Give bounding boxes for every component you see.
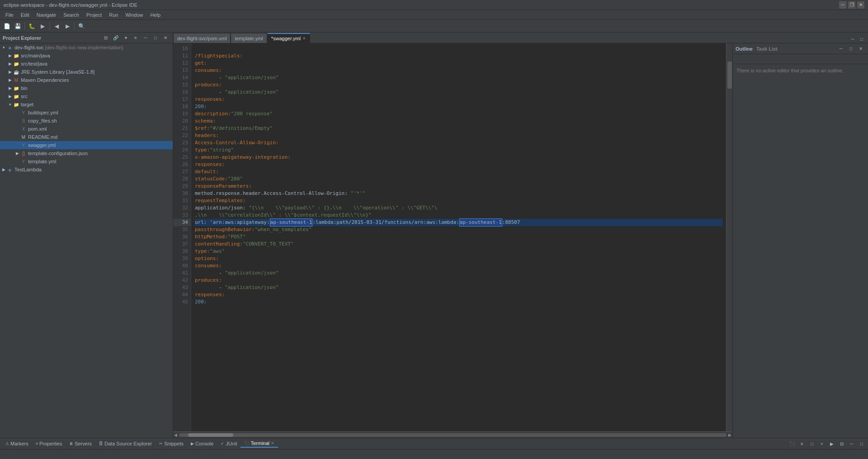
tree-item-pom-xml[interactable]: X pom.xml [0, 125, 173, 133]
tab-pom-xml[interactable]: dev-flight-svc/pom.xml [173, 33, 231, 43]
yml-file-icon: Y [20, 109, 27, 116]
tab-close-icon[interactable]: ✕ [302, 36, 306, 41]
bottom-tab-terminal[interactable]: ⬛ Terminal ✕ [241, 440, 278, 448]
expand-arrow[interactable]: ▶ [14, 151, 20, 156]
tree-label: swagger.yml [28, 142, 56, 148]
editor-min-btn[interactable]: ─ [848, 35, 857, 43]
bottom-area-btn4[interactable]: + [817, 440, 826, 448]
tree-item-src-main-java[interactable]: ▶ 📁 src/main/java [0, 52, 173, 60]
bottom-area-btn5[interactable]: ▶ [827, 440, 836, 448]
yml-file-icon2: Y [20, 158, 27, 165]
terminal-tab-close-icon[interactable]: ✕ [271, 441, 274, 445]
forward-button[interactable]: ▶ [62, 21, 72, 31]
bottom-tab-label: Data Source Explorer [104, 441, 152, 446]
scrollbar-thumb[interactable] [727, 62, 732, 89]
menu-bar: File Edit Navigate Search Project Run Wi… [0, 10, 868, 20]
horizontal-scrollbar[interactable]: ◀ ▶ [173, 431, 732, 438]
outline-close-btn[interactable]: ✕ [856, 45, 865, 53]
pe-filter-btn[interactable]: ▾ [121, 34, 130, 42]
tree-item-template-config[interactable]: ▶ {} template-configuration.json [0, 149, 173, 157]
editor-max-btn[interactable]: □ [857, 35, 866, 43]
bottom-area-btn6[interactable]: ⊟ [837, 440, 846, 448]
bottom-tab-properties[interactable]: ≡ Properties [32, 440, 66, 447]
bottom-area-btn2[interactable]: ≡ [797, 440, 807, 448]
expand-arrow[interactable]: ▶ [7, 78, 13, 82]
back-button[interactable]: ◀ [52, 21, 61, 31]
menu-edit[interactable]: Edit [17, 11, 33, 19]
tasklist-tab[interactable]: Task List [756, 46, 778, 52]
tree-item-target[interactable]: ▾ 📁 target [0, 100, 173, 109]
bottom-area-btn1[interactable]: ⬛ [788, 440, 797, 448]
expand-arrow[interactable]: ▾ [7, 102, 13, 107]
outline-tab[interactable]: Outline [736, 46, 753, 52]
code-line-17: responses: [195, 96, 722, 103]
bottom-tab-servers[interactable]: 🖥 Servers [66, 440, 95, 447]
tree-label: target [21, 102, 33, 107]
expand-arrow[interactable]: ▶ [1, 167, 6, 172]
tree-item-src-test-java[interactable]: ▶ 📁 src/test/java [0, 60, 173, 68]
menu-search[interactable]: Search [60, 11, 83, 19]
code-editor-content[interactable]: /flightspecials: get: consumes: - "appli… [191, 43, 726, 431]
expand-arrow[interactable]: ▶ [7, 94, 13, 99]
expand-arrow[interactable]: ▶ [7, 70, 13, 74]
outline-max-btn[interactable]: □ [846, 45, 855, 53]
tree-item-jre[interactable]: ▶ ☕ JRE System Library [JavaSE-1.8] [0, 68, 173, 76]
pe-link-btn[interactable]: 🔗 [111, 34, 120, 42]
menu-project[interactable]: Project [83, 11, 105, 19]
pe-collapse-btn[interactable]: ⊟ [101, 34, 110, 42]
tree-item-maven[interactable]: ▶ M Maven Dependencies [0, 76, 173, 84]
bottom-tab-snippets[interactable]: ✂ Snippets [156, 440, 187, 447]
expand-arrow[interactable]: ▶ [7, 86, 13, 90]
menu-file[interactable]: File [2, 11, 17, 19]
debug-button[interactable]: 🐛 [27, 21, 37, 31]
tree-item-readme[interactable]: M README.md [0, 133, 173, 141]
project-explorer-title: Project Explorer [3, 35, 41, 41]
bottom-tab-markers[interactable]: ⚠ Markers [2, 440, 32, 447]
menu-window[interactable]: Window [122, 11, 146, 19]
bottom-tab-console[interactable]: ▶ Console [187, 440, 217, 447]
code-line-19: description: "200 response" [195, 110, 722, 118]
expand-arrow [14, 118, 20, 123]
hscroll-right[interactable]: ▶ [727, 433, 732, 437]
bottom-area-btn8[interactable]: □ [857, 440, 866, 448]
expand-arrow[interactable]: ▶ [7, 62, 13, 66]
vertical-scrollbar[interactable] [726, 43, 732, 431]
menu-help[interactable]: Help [147, 11, 165, 19]
restore-button[interactable]: ❐ [848, 1, 855, 9]
hscroll-track[interactable] [179, 433, 726, 437]
search-button[interactable]: 🔍 [76, 21, 86, 31]
new-button[interactable]: 📄 [2, 21, 12, 31]
close-button[interactable]: ✕ [857, 1, 864, 9]
menu-run[interactable]: Run [105, 11, 122, 19]
toolbar-separator-1 [24, 22, 25, 30]
menu-navigate[interactable]: Navigate [33, 11, 60, 19]
run-button[interactable]: ▶ [38, 21, 47, 31]
minimize-button[interactable]: ─ [839, 1, 846, 9]
save-button[interactable]: 💾 [13, 21, 23, 31]
bottom-area-btn3[interactable]: □ [807, 440, 816, 448]
tree-item-template-yml[interactable]: Y template.yml [0, 157, 173, 166]
outline-min-btn[interactable]: ─ [836, 45, 845, 53]
tree-item-testlambda[interactable]: ▶ ◈ TestLambda [0, 166, 173, 174]
pe-min-btn[interactable]: ─ [141, 34, 150, 42]
tree-item-src[interactable]: ▶ 📁 src [0, 92, 173, 100]
tree-item-buildspec[interactable]: Y buildspec.yml [0, 109, 173, 117]
pe-max-btn[interactable]: □ [151, 34, 160, 42]
hscroll-left[interactable]: ◀ [173, 433, 178, 437]
tab-swagger-yml[interactable]: *swagger.yml ✕ [267, 33, 310, 43]
tree-item-swagger-yml[interactable]: Y swagger.yml [0, 141, 173, 149]
expand-arrow[interactable]: ▶ [7, 53, 13, 58]
code-line-44: responses: [195, 291, 722, 298]
bottom-tab-datasource[interactable]: 🗄 Data Source Explorer [95, 440, 156, 447]
hscroll-thumb[interactable] [188, 433, 233, 437]
tree-item-dev-flight-svc[interactable]: ▾ ◈ dev-flight-svc [dev-flight-svc new-i… [0, 43, 173, 52]
pe-menu-btn[interactable]: ≡ [131, 34, 140, 42]
tree-item-bin[interactable]: ▶ 📁 bin [0, 84, 173, 92]
pe-close-btn[interactable]: ✕ [161, 34, 170, 42]
expand-arrow[interactable]: ▾ [1, 45, 6, 50]
tab-template-yml[interactable]: template.yml [231, 33, 267, 43]
bottom-area-btn7[interactable]: ─ [847, 440, 856, 448]
tree-item-copy-files[interactable]: S copy_files.sh [0, 117, 173, 125]
bottom-tab-junit[interactable]: ✓ JUnit [217, 440, 241, 447]
project-explorer-header: Project Explorer ⊟ 🔗 ▾ ≡ ─ □ ✕ [0, 33, 173, 43]
